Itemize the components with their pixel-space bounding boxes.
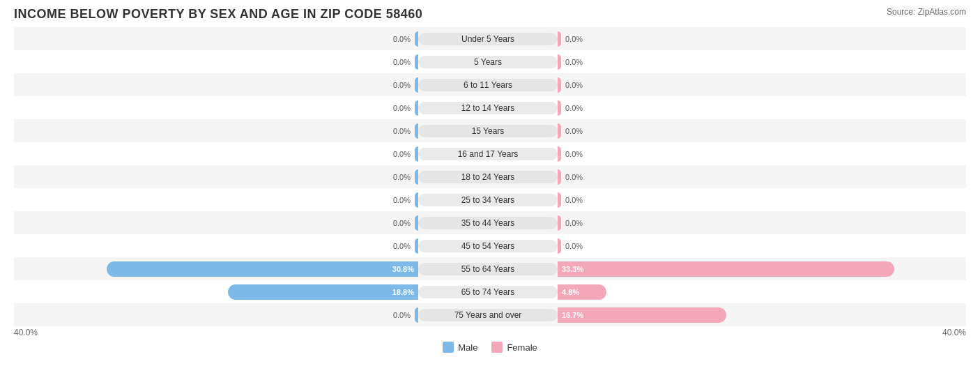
row-label: 12 to 14 Years — [418, 102, 558, 114]
female-value-label: 0.0% — [565, 242, 583, 250]
table-row: 0.0%45 to 54 Years0.0% — [14, 234, 966, 257]
female-zero-bar — [558, 238, 561, 254]
chart-rows: 0.0%Under 5 Years0.0%0.0%5 Years0.0%0.0%… — [14, 27, 966, 326]
axis-left: 40.0% — [14, 328, 38, 337]
male-value-label: 0.0% — [393, 196, 411, 204]
male-zero-bar — [415, 215, 418, 231]
male-bar: 30.8% — [107, 261, 418, 277]
row-label: Under 5 Years — [418, 33, 558, 45]
row-label: 6 to 11 Years — [418, 79, 558, 91]
female-value-label: 0.0% — [565, 173, 583, 181]
female-value-label: 0.0% — [565, 81, 583, 89]
right-half: 0.0% — [558, 142, 962, 165]
legend-male: Male — [443, 342, 477, 353]
left-half: 0.0% — [14, 96, 418, 119]
left-half: 0.0% — [14, 303, 418, 326]
male-zero-bar — [415, 169, 418, 185]
male-value-label: 0.0% — [393, 311, 411, 319]
female-bar: 33.3% — [558, 261, 894, 277]
legend-male-box — [443, 342, 454, 353]
female-value-label: 0.0% — [565, 58, 583, 66]
axis-right: 40.0% — [942, 328, 966, 337]
left-half: 0.0% — [14, 234, 418, 257]
female-bar: 4.8% — [558, 284, 606, 300]
legend-female: Female — [491, 342, 537, 353]
left-half: 0.0% — [14, 188, 418, 211]
axis-labels: 40.0% 40.0% — [14, 328, 966, 337]
male-zero-bar — [415, 77, 418, 93]
table-row: 0.0%75 Years and over16.7% — [14, 303, 966, 326]
left-half: 18.8% — [14, 280, 418, 303]
left-half: 0.0% — [14, 119, 418, 142]
male-value-label: 0.0% — [393, 150, 411, 158]
male-zero-bar — [415, 54, 418, 70]
female-value-label: 0.0% — [565, 104, 583, 112]
left-half: 0.0% — [14, 27, 418, 50]
right-half: 0.0% — [558, 73, 962, 96]
row-label: 16 and 17 Years — [418, 148, 558, 160]
row-label: 55 to 64 Years — [418, 263, 558, 275]
female-zero-bar — [558, 215, 561, 231]
table-row: 0.0%15 Years0.0% — [14, 119, 966, 142]
chart-container: INCOME BELOW POVERTY BY SEX AND AGE IN Z… — [0, 0, 980, 389]
female-zero-bar — [558, 77, 561, 93]
female-zero-bar — [558, 146, 561, 162]
female-value-label: 0.0% — [565, 219, 583, 227]
table-row: 0.0%16 and 17 Years0.0% — [14, 142, 966, 165]
male-zero-bar — [415, 31, 418, 47]
row-label: 18 to 24 Years — [418, 171, 558, 183]
female-zero-bar — [558, 192, 561, 208]
left-half: 0.0% — [14, 73, 418, 96]
male-value-label: 0.0% — [393, 173, 411, 181]
female-zero-bar — [558, 54, 561, 70]
male-value-label: 0.0% — [393, 35, 411, 43]
male-zero-bar — [415, 238, 418, 254]
table-row: 0.0%12 to 14 Years0.0% — [14, 96, 966, 119]
row-label: 35 to 44 Years — [418, 217, 558, 229]
male-zero-bar — [415, 192, 418, 208]
row-label: 15 Years — [418, 125, 558, 137]
female-zero-bar — [558, 31, 561, 47]
row-label: 25 to 34 Years — [418, 194, 558, 206]
right-half: 0.0% — [558, 165, 962, 188]
left-half: 0.0% — [14, 211, 418, 234]
right-half: 0.0% — [558, 50, 962, 73]
right-half: 0.0% — [558, 211, 962, 234]
left-half: 30.8% — [14, 257, 418, 280]
right-half: 33.3% — [558, 257, 962, 280]
right-half: 0.0% — [558, 234, 962, 257]
row-label: 45 to 54 Years — [418, 240, 558, 252]
table-row: 30.8%55 to 64 Years33.3% — [14, 257, 966, 280]
right-half: 0.0% — [558, 96, 962, 119]
chart-title: INCOME BELOW POVERTY BY SEX AND AGE IN Z… — [14, 7, 966, 22]
row-label: 65 to 74 Years — [418, 286, 558, 298]
male-zero-bar — [415, 146, 418, 162]
female-bar: 16.7% — [558, 307, 726, 323]
right-half: 0.0% — [558, 188, 962, 211]
male-value-label: 0.0% — [393, 81, 411, 89]
right-half: 0.0% — [558, 27, 962, 50]
legend-female-box — [491, 342, 503, 353]
table-row: 0.0%Under 5 Years0.0% — [14, 27, 966, 50]
right-half: 4.8% — [558, 280, 962, 303]
legend-female-label: Female — [507, 342, 537, 353]
right-half: 16.7% — [558, 303, 962, 326]
male-zero-bar — [415, 100, 418, 116]
male-zero-bar — [415, 123, 418, 139]
female-value-label: 0.0% — [565, 127, 583, 135]
male-value-label: 0.0% — [393, 127, 411, 135]
right-half: 0.0% — [558, 119, 962, 142]
left-half: 0.0% — [14, 165, 418, 188]
female-value-label: 0.0% — [565, 150, 583, 158]
table-row: 0.0%25 to 34 Years0.0% — [14, 188, 966, 211]
table-row: 0.0%6 to 11 Years0.0% — [14, 73, 966, 96]
legend: Male Female — [14, 342, 966, 353]
left-half: 0.0% — [14, 50, 418, 73]
table-row: 18.8%65 to 74 Years4.8% — [14, 280, 966, 303]
table-row: 0.0%18 to 24 Years0.0% — [14, 165, 966, 188]
table-row: 0.0%5 Years0.0% — [14, 50, 966, 73]
left-half: 0.0% — [14, 142, 418, 165]
female-zero-bar — [558, 169, 561, 185]
table-row: 0.0%35 to 44 Years0.0% — [14, 211, 966, 234]
legend-male-label: Male — [458, 342, 477, 353]
